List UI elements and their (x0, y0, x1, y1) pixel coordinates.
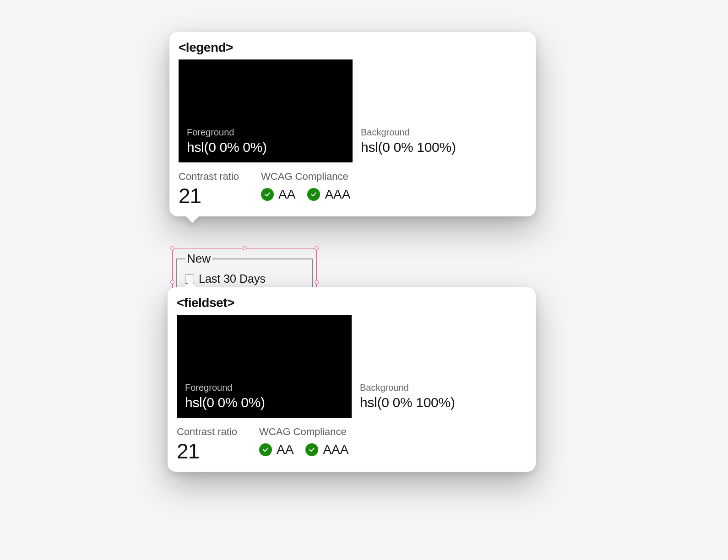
checkbox-label: Last 30 Days (199, 270, 266, 288)
check-circle-icon (305, 443, 318, 456)
check-circle-icon (307, 188, 320, 201)
check-circle-icon (261, 188, 274, 201)
wcag-aa-badge: AA (261, 187, 295, 202)
foreground-label: Foreground (185, 382, 343, 393)
wcag-compliance-label: WCAG Compliance (261, 171, 350, 183)
foreground-value: hsl(0 0% 0%) (187, 140, 344, 155)
checkbox-row[interactable]: Last 30 Days (185, 270, 304, 288)
wcag-compliance-label: WCAG Compliance (259, 426, 348, 438)
check-circle-icon (259, 443, 272, 456)
selection-handle[interactable] (170, 280, 174, 284)
element-tag-title: <fieldset> (177, 296, 527, 310)
wcag-aa-text: AA (278, 187, 295, 202)
selection-handle[interactable] (315, 246, 319, 250)
wcag-aaa-text: AAA (325, 187, 350, 202)
wcag-aaa-badge: AAA (305, 442, 348, 457)
foreground-swatch: Foreground hsl(0 0% 0%) (179, 59, 353, 162)
background-swatch: Background hsl(0 0% 100%) (352, 315, 527, 418)
background-value: hsl(0 0% 100%) (360, 395, 518, 410)
contrast-ratio-value: 21 (177, 441, 237, 462)
contrast-ratio-label: Contrast ratio (179, 171, 239, 183)
legend: New (185, 252, 212, 266)
foreground-label: Foreground (187, 127, 344, 138)
contrast-ratio-value: 21 (179, 185, 239, 206)
background-label: Background (361, 127, 518, 138)
selection-handle[interactable] (243, 246, 247, 250)
wcag-aaa-badge: AAA (307, 187, 350, 202)
contrast-popover-legend: <legend> Foreground hsl(0 0% 0%) Backgro… (169, 32, 536, 216)
foreground-swatch: Foreground hsl(0 0% 0%) (177, 315, 352, 418)
wcag-aa-badge: AA (259, 442, 293, 457)
foreground-value: hsl(0 0% 0%) (185, 395, 343, 410)
background-label: Background (360, 382, 518, 393)
background-swatch: Background hsl(0 0% 100%) (353, 59, 527, 162)
background-value: hsl(0 0% 100%) (361, 140, 518, 155)
contrast-popover-fieldset: <fieldset> Foreground hsl(0 0% 0%) Backg… (168, 287, 536, 472)
contrast-ratio-label: Contrast ratio (177, 426, 237, 438)
selection-handle[interactable] (315, 280, 319, 284)
element-tag-title: <legend> (179, 40, 527, 55)
wcag-aaa-text: AAA (323, 442, 348, 457)
wcag-aa-text: AA (277, 442, 293, 457)
selection-handle[interactable] (170, 246, 174, 250)
